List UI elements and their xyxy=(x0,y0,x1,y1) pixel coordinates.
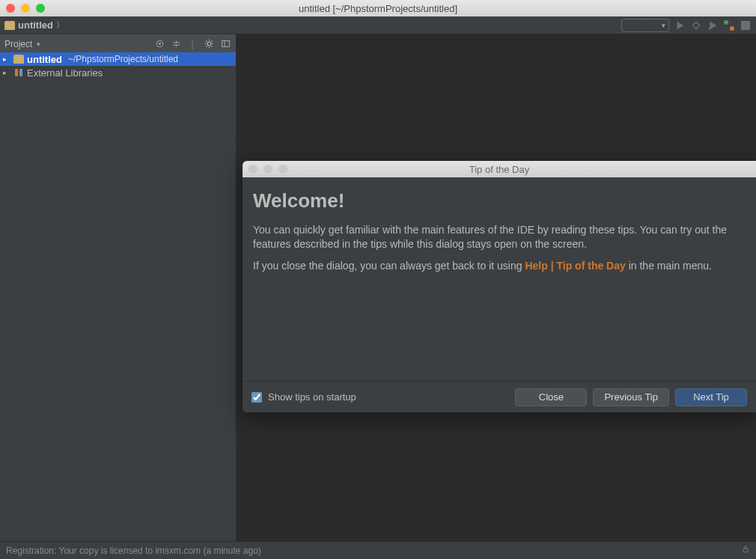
dialog-minimize-icon xyxy=(263,165,272,174)
libraries-icon xyxy=(13,68,24,77)
run-configuration-dropdown[interactable] xyxy=(621,19,669,32)
show-tips-checkbox[interactable]: Show tips on startup xyxy=(252,391,356,403)
dialog-paragraph-2: If you close the dialog, you can always … xyxy=(253,259,746,273)
nav-bar: untitled 〉 xyxy=(0,16,756,34)
svg-rect-5 xyxy=(709,27,711,29)
tree-root-path: ~/PhpstormProjects/untitled xyxy=(68,54,178,64)
dialog-footer: Show tips on startup Close Previous Tip … xyxy=(243,381,756,412)
project-view-label: Project xyxy=(4,39,32,49)
tip-of-the-day-dialog: Tip of the Day Welcome! You can quickly … xyxy=(243,161,756,412)
svg-point-7 xyxy=(159,43,160,44)
svg-rect-17 xyxy=(222,40,229,46)
previous-tip-button[interactable]: Previous Tip xyxy=(593,388,669,406)
divider-icon: | xyxy=(186,38,198,50)
close-button[interactable]: Close xyxy=(515,388,587,406)
coverage-icon[interactable] xyxy=(707,19,719,31)
project-view-selector[interactable]: Project xyxy=(4,39,40,49)
scroll-from-source-icon[interactable] xyxy=(153,38,165,50)
svg-line-15 xyxy=(206,46,207,46)
dialog-paragraph-1: You can quickly get familiar with the ma… xyxy=(253,223,746,251)
show-tips-checkbox-input[interactable] xyxy=(252,392,262,403)
window-titlebar: untitled [~/PhpstormProjects/untitled] xyxy=(0,0,756,16)
dialog-body: Welcome! You can quickly get familiar wi… xyxy=(243,177,756,381)
project-tool-header: Project | xyxy=(0,34,236,52)
dialog-tip-highlight: Tip of the Day xyxy=(556,260,625,272)
svg-point-8 xyxy=(207,42,211,46)
hide-tool-window-icon[interactable] xyxy=(219,38,231,50)
svg-line-14 xyxy=(211,46,212,46)
chevron-right-icon: 〉 xyxy=(56,19,64,31)
breadcrumb-project: untitled xyxy=(18,19,53,31)
breadcrumb[interactable]: untitled 〉 xyxy=(4,19,64,31)
status-message: Registration: Your copy is licensed to i… xyxy=(6,546,261,556)
show-tips-label: Show tips on startup xyxy=(268,391,356,403)
debug-icon[interactable] xyxy=(690,19,702,31)
zoom-window-icon[interactable] xyxy=(36,4,45,13)
tree-root-name: untitled xyxy=(27,54,62,65)
gear-icon[interactable] xyxy=(203,38,215,50)
next-tip-button[interactable]: Next Tip xyxy=(675,388,747,406)
minimize-window-icon[interactable] xyxy=(21,4,30,13)
project-tool-window: Project | ▸ u xyxy=(0,34,237,541)
dialog-traffic-lights xyxy=(243,165,287,174)
tree-root-row[interactable]: ▸ untitled ~/PhpstormProjects/untitled xyxy=(0,52,236,66)
status-bar: Registration: Your copy is licensed to i… xyxy=(0,541,756,559)
expand-arrow-icon[interactable]: ▸ xyxy=(3,55,10,63)
collapse-all-icon[interactable] xyxy=(170,38,182,50)
svg-line-13 xyxy=(206,40,207,41)
dialog-zoom-icon xyxy=(278,165,287,174)
dialog-help-highlight: Help xyxy=(525,260,547,272)
tree-external-libs-row[interactable]: ▸ External Libraries xyxy=(0,66,236,79)
window-title: untitled [~/PhpstormProjects/untitled] xyxy=(0,3,756,14)
run-icon[interactable] xyxy=(674,19,686,31)
dialog-close-icon[interactable] xyxy=(249,165,257,174)
svg-rect-19 xyxy=(743,549,748,552)
dialog-p2-text-b: in the main menu. xyxy=(626,260,712,272)
vcs-update-icon[interactable] xyxy=(723,19,735,31)
expand-arrow-icon[interactable]: ▸ xyxy=(3,69,10,76)
lock-icon[interactable] xyxy=(741,545,750,556)
tree-external-libs-label: External Libraries xyxy=(27,67,103,79)
folder-icon xyxy=(4,21,15,30)
stop-icon[interactable] xyxy=(740,19,752,31)
dialog-sep-highlight: | xyxy=(548,260,557,272)
folder-icon xyxy=(13,55,24,64)
dialog-titlebar: Tip of the Day xyxy=(243,161,756,177)
svg-point-0 xyxy=(694,22,699,28)
close-window-icon[interactable] xyxy=(6,4,15,13)
dialog-title: Tip of the Day xyxy=(243,164,756,175)
dialog-p2-text-a: If you close the dialog, you can always … xyxy=(253,260,525,272)
window-traffic-lights xyxy=(0,4,45,13)
dialog-heading: Welcome! xyxy=(253,189,746,213)
project-tree[interactable]: ▸ untitled ~/PhpstormProjects/untitled ▸… xyxy=(0,52,236,541)
svg-line-16 xyxy=(211,40,212,41)
